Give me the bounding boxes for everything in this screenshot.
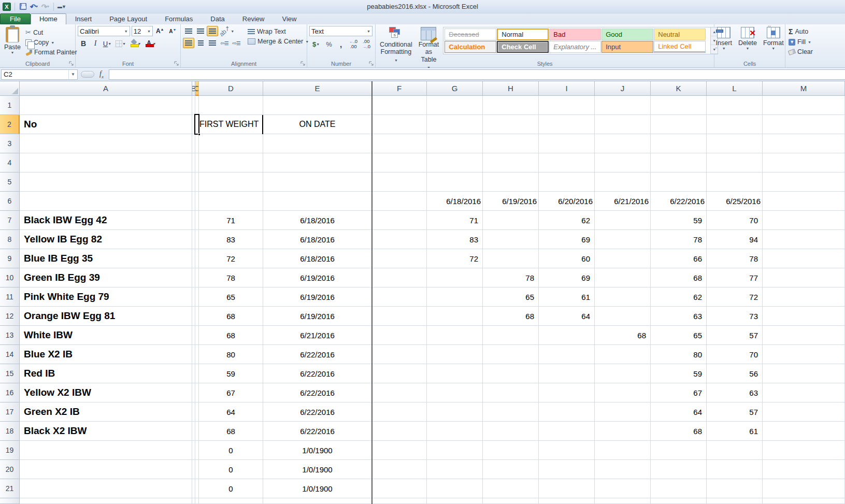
style-chip-normal[interactable]: Normal bbox=[497, 28, 549, 40]
cell-L5[interactable] bbox=[707, 172, 763, 192]
cell-H15[interactable] bbox=[483, 364, 539, 383]
bold-button[interactable]: B bbox=[78, 38, 89, 49]
col-header-J[interactable]: J bbox=[595, 81, 651, 96]
row-header-4[interactable]: 4 bbox=[0, 153, 20, 172]
cell-C12[interactable] bbox=[195, 307, 199, 326]
shrink-font-button[interactable]: A▼ bbox=[167, 26, 178, 36]
cell-K1[interactable] bbox=[651, 96, 707, 115]
cell-M22[interactable] bbox=[763, 498, 845, 504]
ribbon-tab-insert[interactable]: Insert bbox=[66, 13, 101, 24]
cell-A21[interactable] bbox=[20, 479, 192, 498]
cell-I18[interactable] bbox=[539, 422, 595, 441]
cell-E13[interactable]: 6/21/2016 bbox=[263, 326, 372, 345]
style-chip-calculation[interactable]: Calculation bbox=[445, 41, 496, 53]
font-dialog-launcher[interactable] bbox=[174, 61, 179, 66]
cell-J7[interactable] bbox=[595, 211, 651, 230]
cell-I13[interactable] bbox=[539, 326, 595, 345]
cell-G5[interactable] bbox=[427, 172, 483, 192]
cell-G7[interactable]: 71 bbox=[427, 211, 483, 230]
cell-F15[interactable] bbox=[372, 364, 427, 383]
cell-C9[interactable] bbox=[195, 249, 199, 268]
row-header-8[interactable]: 8 bbox=[0, 230, 20, 249]
alignment-dialog-launcher[interactable] bbox=[300, 61, 306, 66]
delete-cells-button[interactable]: ✕ Delete▼ bbox=[736, 26, 759, 52]
name-box-dropdown[interactable]: ▼ bbox=[68, 70, 75, 79]
cell-G8[interactable]: 83 bbox=[427, 230, 483, 249]
cell-L14[interactable]: 70 bbox=[707, 345, 763, 364]
cell-M6[interactable] bbox=[763, 192, 845, 211]
fill-button[interactable]: ▼Fill▼ bbox=[787, 38, 843, 46]
paste-button[interactable]: Paste▼ bbox=[2, 26, 23, 58]
cell-K7[interactable]: 59 bbox=[651, 211, 707, 230]
cell-E12[interactable]: 6/19/2016 bbox=[263, 307, 372, 326]
decrease-decimal-button[interactable]: .00→.0 bbox=[360, 39, 373, 49]
cell-E17[interactable]: 6/22/2016 bbox=[263, 402, 372, 422]
grow-font-button[interactable]: A▲ bbox=[154, 26, 166, 36]
save-icon[interactable] bbox=[18, 2, 27, 11]
col-header-F[interactable]: F bbox=[372, 81, 427, 96]
cell-K22[interactable] bbox=[651, 498, 707, 504]
cell-E1[interactable] bbox=[263, 96, 372, 115]
cell-E19[interactable]: 1/0/1900 bbox=[263, 441, 372, 460]
cell-G6[interactable]: 6/18/2016 bbox=[427, 192, 483, 211]
cell-C11[interactable] bbox=[195, 287, 199, 307]
col-header-M[interactable]: M bbox=[763, 81, 845, 96]
style-chip-input[interactable]: Input bbox=[601, 41, 653, 53]
format-cells-button[interactable]: ↔ Format▼ bbox=[761, 26, 786, 52]
cell-L17[interactable]: 57 bbox=[707, 402, 763, 422]
cell-I20[interactable] bbox=[539, 460, 595, 479]
cell-K11[interactable]: 62 bbox=[651, 287, 707, 307]
cell-A6[interactable] bbox=[20, 192, 192, 211]
cell-L16[interactable]: 63 bbox=[707, 383, 763, 402]
align-center-button[interactable] bbox=[195, 38, 206, 48]
name-box[interactable]: C2 ▼ bbox=[1, 69, 78, 80]
cell-I22[interactable] bbox=[539, 498, 595, 504]
cell-C17[interactable] bbox=[195, 402, 199, 422]
qat-customize-icon[interactable]: ▬▼ bbox=[57, 2, 66, 11]
col-header-G[interactable]: G bbox=[427, 81, 483, 96]
cell-I4[interactable] bbox=[539, 153, 595, 172]
orientation-button[interactable]: ab↗▼ bbox=[219, 26, 234, 36]
cell-H17[interactable] bbox=[483, 402, 539, 422]
cell-H16[interactable] bbox=[483, 383, 539, 402]
cell-M4[interactable] bbox=[763, 153, 845, 172]
cell-D7[interactable]: 71 bbox=[199, 211, 263, 230]
col-header-L[interactable]: L bbox=[707, 81, 763, 96]
cell-K20[interactable] bbox=[651, 460, 707, 479]
cell-C8[interactable] bbox=[195, 230, 199, 249]
cell-L15[interactable]: 56 bbox=[707, 364, 763, 383]
cell-F18[interactable] bbox=[372, 422, 427, 441]
cell-K8[interactable]: 78 bbox=[651, 230, 707, 249]
italic-button[interactable]: I bbox=[90, 38, 101, 49]
cell-M16[interactable] bbox=[763, 383, 845, 402]
cell-L8[interactable]: 94 bbox=[707, 230, 763, 249]
cell-F7[interactable] bbox=[372, 211, 427, 230]
cell-E21[interactable]: 1/0/1900 bbox=[263, 479, 372, 498]
cell-K17[interactable]: 64 bbox=[651, 402, 707, 422]
cell-D18[interactable]: 68 bbox=[199, 422, 263, 441]
cell-G12[interactable] bbox=[427, 307, 483, 326]
cell-I3[interactable] bbox=[539, 134, 595, 153]
cell-G22[interactable] bbox=[427, 498, 483, 504]
align-right-button[interactable] bbox=[207, 38, 218, 48]
cell-K2[interactable] bbox=[651, 115, 707, 134]
cell-I8[interactable]: 69 bbox=[539, 230, 595, 249]
cut-button[interactable]: ✂Cut bbox=[24, 28, 79, 37]
cell-D13[interactable]: 68 bbox=[199, 326, 263, 345]
row-header-10[interactable]: 10 bbox=[0, 268, 20, 287]
cell-E11[interactable]: 6/19/2016 bbox=[263, 287, 372, 307]
cell-I19[interactable] bbox=[539, 441, 595, 460]
style-chip-deceased[interactable]: Deceased bbox=[445, 28, 496, 40]
cell-A7[interactable]: Black IBW Egg 42 bbox=[20, 211, 192, 230]
cell-G15[interactable] bbox=[427, 364, 483, 383]
cell-E5[interactable] bbox=[263, 172, 372, 192]
cell-D12[interactable]: 68 bbox=[199, 307, 263, 326]
cell-L20[interactable] bbox=[707, 460, 763, 479]
number-dialog-launcher[interactable] bbox=[369, 61, 374, 66]
excel-logo-icon[interactable]: X bbox=[2, 2, 11, 11]
cell-K16[interactable]: 67 bbox=[651, 383, 707, 402]
row-header-22[interactable] bbox=[0, 498, 20, 504]
cell-C14[interactable] bbox=[195, 345, 199, 364]
cell-G16[interactable] bbox=[427, 383, 483, 402]
cell-H14[interactable] bbox=[483, 345, 539, 364]
